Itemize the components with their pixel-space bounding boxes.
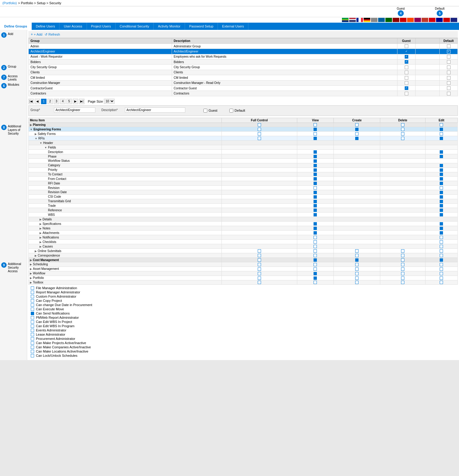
cb-wf-create[interactable] (355, 272, 359, 275)
security-item[interactable]: Can Execute Move (31, 307, 455, 311)
security-item[interactable]: Can Edit WBS In Program (31, 324, 455, 328)
field-row-reference[interactable]: Reference (29, 208, 458, 212)
cb-planning-view[interactable] (314, 123, 317, 126)
security-item[interactable]: Report Manager Administrator (31, 290, 455, 294)
cb-planning-create[interactable] (355, 123, 359, 126)
cb-procurementadmin[interactable] (31, 337, 34, 340)
security-item[interactable]: Lease Administrator (31, 332, 455, 337)
expand-causes[interactable]: ▶ (40, 245, 42, 248)
module-row-online-submittals[interactable]: ▶Online Submittals (29, 249, 458, 253)
expand-attachments[interactable]: ▶ (40, 232, 42, 235)
cb-safety-edit[interactable] (440, 132, 443, 136)
cb-safety-delete[interactable] (401, 132, 404, 136)
cb-engforms-create[interactable] (355, 128, 359, 131)
flag-france[interactable] (356, 18, 363, 22)
field-row-description[interactable]: Description (29, 150, 458, 154)
module-row-toolbox[interactable]: ▶Toolbox (29, 280, 458, 285)
cb-asset-create[interactable] (355, 267, 359, 271)
cb-port-delete[interactable] (401, 276, 404, 280)
expand-notifications[interactable]: ▶ (40, 236, 42, 239)
cb-wf-delete[interactable] (401, 272, 404, 275)
cb-corr-create[interactable] (355, 254, 359, 257)
expand-correspondence[interactable]: ▶ (35, 254, 37, 257)
guest-cb[interactable] (405, 76, 408, 80)
cb-fromcontact-view[interactable] (314, 177, 317, 180)
cb-copyproject[interactable] (31, 299, 34, 302)
module-row-engforms[interactable]: ▼Engineering Forms (29, 127, 458, 132)
flag-3[interactable] (385, 18, 392, 22)
cb-fromcontact-edit[interactable] (440, 177, 443, 180)
expand-online[interactable]: ▶ (35, 250, 37, 253)
expand-portfolio[interactable]: ▶ (30, 276, 32, 280)
flag-5[interactable] (400, 18, 406, 22)
cb-changedue[interactable] (31, 303, 34, 307)
cb-filemanager[interactable] (31, 286, 34, 290)
cb-rfi-delete[interactable] (401, 137, 404, 140)
cb-wf-full[interactable] (258, 272, 261, 275)
cb-lockschedules[interactable] (31, 354, 34, 357)
flag-6[interactable] (407, 18, 414, 22)
cb-corr-delete[interactable] (401, 254, 404, 257)
page-next[interactable]: ▶ (73, 99, 78, 104)
cb-revdate-edit[interactable] (440, 191, 443, 194)
page-2[interactable]: 2 (47, 99, 53, 104)
cb-notif-edit[interactable] (440, 236, 443, 239)
cb-transmittals-view[interactable] (314, 200, 317, 203)
expand-specs[interactable]: ▶ (40, 222, 42, 225)
cb-sched-full[interactable] (258, 263, 261, 266)
cb-checklists-edit[interactable] (440, 240, 443, 244)
security-item[interactable]: Can Make Projects Active/Inactive (31, 341, 455, 345)
expand-rfis[interactable]: ▼ (35, 137, 37, 140)
security-item[interactable]: Can Edit WBS In Project (31, 320, 455, 324)
cb-wbs-edit[interactable] (440, 213, 443, 216)
field-row-phase[interactable]: Phase (29, 154, 458, 159)
page-5[interactable]: 5 (66, 99, 72, 104)
group-input[interactable] (54, 107, 95, 113)
module-row-details[interactable]: ▶Details (29, 217, 458, 222)
field-row-csicode[interactable]: CSI Code (29, 194, 458, 199)
module-row-asset[interactable]: ▶Asset Management (29, 267, 458, 271)
cb-trade-edit[interactable] (440, 204, 443, 207)
flag-au[interactable] (436, 18, 443, 22)
security-item[interactable]: Can Send Notifications (31, 311, 455, 315)
module-row-notifications[interactable]: ▶Notifications (29, 235, 458, 240)
cb-asset-delete[interactable] (401, 267, 404, 271)
cb-desc-edit[interactable] (440, 150, 443, 154)
cb-sendnotifs[interactable] (31, 312, 34, 315)
cb-priority-edit[interactable] (440, 168, 443, 172)
flag-brazil[interactable] (342, 18, 349, 22)
cb-reference-edit[interactable] (440, 209, 443, 212)
cb-online-view[interactable] (314, 249, 317, 253)
page-4[interactable]: 4 (60, 99, 65, 104)
guest-cb[interactable] (405, 55, 408, 59)
cb-corr-view[interactable] (314, 254, 317, 257)
table-row[interactable]: ContractorGuestContractor Guest (29, 85, 458, 91)
cb-specs-edit[interactable] (440, 222, 443, 225)
cb-notes-view[interactable] (314, 227, 317, 230)
cb-attach-view[interactable] (314, 231, 317, 235)
flag-4[interactable] (393, 18, 399, 22)
module-row-planning[interactable]: ▶Planning (29, 123, 458, 127)
table-row[interactable]: Asset - Work RequestorEmployees who ask … (29, 54, 458, 59)
flag-11[interactable] (451, 18, 457, 22)
table-row[interactable]: AdminAdministrator Group (29, 44, 458, 49)
cb-cost-full[interactable] (258, 258, 261, 262)
cb-rfi-full[interactable] (258, 137, 261, 140)
table-row[interactable]: CM limitedCM limited (29, 75, 458, 80)
page-1[interactable]: 1 (41, 99, 46, 104)
cb-online-delete[interactable] (401, 249, 404, 253)
field-row-trade[interactable]: Trade (29, 203, 458, 208)
security-item[interactable]: Can Make Locations Active/Inactive (31, 349, 455, 353)
default-cb[interactable] (447, 50, 451, 53)
field-row-rfidate[interactable]: RFI Date (29, 181, 458, 186)
guest-cb[interactable] (405, 86, 408, 90)
cb-revision-view[interactable] (314, 186, 317, 190)
default-cb[interactable] (447, 92, 451, 95)
guest-cb[interactable] (405, 44, 408, 48)
cb-rfidate-view[interactable] (314, 182, 317, 185)
cb-engforms-view[interactable] (314, 128, 317, 131)
expand-notes[interactable]: ▶ (40, 227, 42, 230)
cb-customform[interactable] (31, 295, 34, 298)
cb-toolbox-delete[interactable] (401, 281, 404, 284)
expand-workflow[interactable]: ▶ (30, 272, 32, 275)
